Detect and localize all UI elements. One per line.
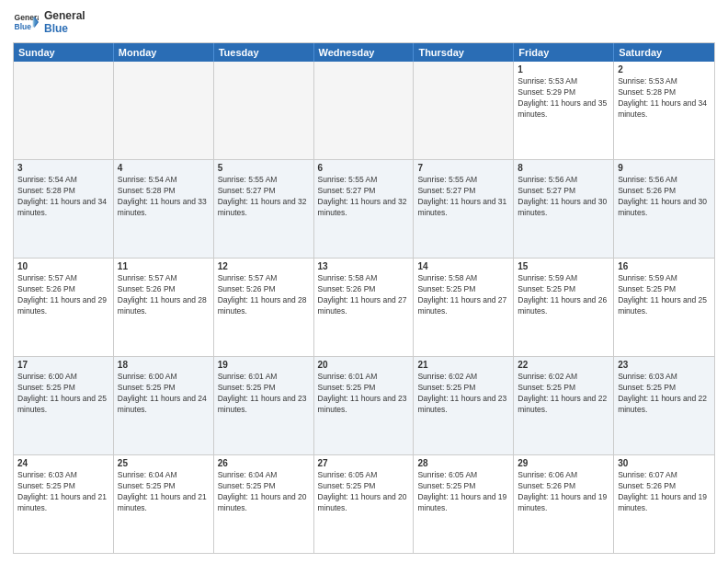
- sunrise-text: Sunrise: 5:58 AM: [417, 273, 477, 282]
- day-number: 13: [318, 261, 410, 271]
- week-row-3: 10Sunrise: 5:57 AMSunset: 5:26 PMDayligh…: [14, 259, 714, 357]
- day-info: Sunrise: 6:06 AMSunset: 5:26 PMDaylight:…: [518, 470, 609, 514]
- weekday-header-thursday: Thursday: [414, 43, 514, 62]
- day-info: Sunrise: 5:55 AMSunset: 5:27 PMDaylight:…: [417, 175, 509, 219]
- daylight-text: Daylight: 11 hours and 25 minutes.: [17, 394, 107, 414]
- daylight-text: Daylight: 11 hours and 20 minutes.: [218, 492, 307, 512]
- day-number: 12: [218, 261, 310, 271]
- day-info: Sunrise: 6:05 AMSunset: 5:25 PMDaylight:…: [417, 470, 509, 514]
- calendar-header-row: SundayMondayTuesdayWednesdayThursdayFrid…: [14, 43, 714, 62]
- cal-cell-15: 15Sunrise: 5:59 AMSunset: 5:25 PMDayligh…: [514, 259, 614, 356]
- day-number: 5: [218, 163, 310, 173]
- cal-cell-empty-0: [14, 62, 114, 159]
- day-number: 6: [318, 163, 410, 173]
- sunset-text: Sunset: 5:25 PM: [417, 383, 475, 392]
- day-number: 25: [118, 458, 210, 468]
- cal-cell-22: 22Sunrise: 6:02 AMSunset: 5:25 PMDayligh…: [514, 357, 614, 454]
- day-info: Sunrise: 5:56 AMSunset: 5:27 PMDaylight:…: [518, 175, 609, 219]
- day-info: Sunrise: 5:54 AMSunset: 5:28 PMDaylight:…: [118, 175, 210, 219]
- day-number: 4: [118, 163, 210, 173]
- sunrise-text: Sunrise: 6:06 AM: [518, 470, 577, 479]
- cal-cell-4: 4Sunrise: 5:54 AMSunset: 5:28 PMDaylight…: [114, 160, 214, 258]
- svg-text:Blue: Blue: [15, 22, 32, 31]
- daylight-text: Daylight: 11 hours and 26 minutes.: [518, 295, 607, 316]
- sunrise-text: Sunrise: 5:54 AM: [17, 175, 77, 184]
- cal-cell-8: 8Sunrise: 5:56 AMSunset: 5:27 PMDaylight…: [514, 160, 614, 258]
- calendar: SundayMondayTuesdayWednesdayThursdayFrid…: [13, 42, 715, 554]
- cal-cell-19: 19Sunrise: 6:01 AMSunset: 5:25 PMDayligh…: [214, 357, 314, 454]
- daylight-text: Daylight: 11 hours and 33 minutes.: [118, 197, 207, 217]
- day-info: Sunrise: 5:59 AMSunset: 5:25 PMDaylight:…: [518, 273, 609, 317]
- day-number: 22: [518, 360, 609, 370]
- sunrise-text: Sunrise: 6:05 AM: [417, 470, 477, 479]
- daylight-text: Daylight: 11 hours and 32 minutes.: [218, 197, 307, 217]
- sunrise-text: Sunrise: 5:59 AM: [518, 273, 577, 282]
- daylight-text: Daylight: 11 hours and 27 minutes.: [417, 295, 506, 316]
- daylight-text: Daylight: 11 hours and 21 minutes.: [118, 492, 207, 512]
- day-number: 2: [618, 64, 711, 75]
- day-info: Sunrise: 6:04 AMSunset: 5:25 PMDaylight:…: [118, 470, 210, 514]
- day-number: 15: [518, 261, 609, 271]
- sunset-text: Sunset: 5:25 PM: [218, 481, 276, 490]
- day-number: 18: [118, 360, 210, 370]
- day-info: Sunrise: 5:56 AMSunset: 5:26 PMDaylight:…: [618, 175, 711, 219]
- daylight-text: Daylight: 11 hours and 31 minutes.: [417, 197, 506, 217]
- daylight-text: Daylight: 11 hours and 34 minutes.: [618, 98, 707, 119]
- day-info: Sunrise: 6:02 AMSunset: 5:25 PMDaylight:…: [518, 372, 609, 416]
- cal-cell-26: 26Sunrise: 6:04 AMSunset: 5:25 PMDayligh…: [214, 455, 314, 553]
- daylight-text: Daylight: 11 hours and 28 minutes.: [118, 295, 207, 316]
- day-info: Sunrise: 5:55 AMSunset: 5:27 PMDaylight:…: [218, 175, 310, 219]
- day-info: Sunrise: 6:01 AMSunset: 5:25 PMDaylight:…: [218, 372, 310, 416]
- sunset-text: Sunset: 5:26 PM: [17, 284, 75, 293]
- cal-cell-3: 3Sunrise: 5:54 AMSunset: 5:28 PMDaylight…: [14, 160, 114, 258]
- logo-blue: Blue: [44, 22, 85, 35]
- day-info: Sunrise: 6:00 AMSunset: 5:25 PMDaylight:…: [17, 372, 109, 416]
- sunset-text: Sunset: 5:26 PM: [618, 481, 676, 490]
- cal-cell-6: 6Sunrise: 5:55 AMSunset: 5:27 PMDaylight…: [314, 160, 415, 258]
- cal-cell-13: 13Sunrise: 5:58 AMSunset: 5:26 PMDayligh…: [314, 259, 415, 356]
- cal-cell-29: 29Sunrise: 6:06 AMSunset: 5:26 PMDayligh…: [514, 455, 614, 553]
- sunset-text: Sunset: 5:27 PM: [318, 186, 376, 195]
- day-number: 26: [218, 458, 310, 468]
- day-info: Sunrise: 6:05 AMSunset: 5:25 PMDaylight:…: [318, 470, 410, 514]
- sunrise-text: Sunrise: 6:00 AM: [17, 372, 77, 381]
- cal-cell-12: 12Sunrise: 5:57 AMSunset: 5:26 PMDayligh…: [214, 259, 314, 356]
- cal-cell-7: 7Sunrise: 5:55 AMSunset: 5:27 PMDaylight…: [414, 160, 514, 258]
- sunset-text: Sunset: 5:25 PM: [17, 481, 75, 490]
- day-number: 11: [118, 261, 210, 271]
- sunset-text: Sunset: 5:28 PM: [118, 186, 176, 195]
- sunset-text: Sunset: 5:25 PM: [17, 383, 75, 392]
- week-row-1: 1Sunrise: 5:53 AMSunset: 5:29 PMDaylight…: [14, 62, 714, 160]
- cal-cell-9: 9Sunrise: 5:56 AMSunset: 5:26 PMDaylight…: [614, 160, 714, 258]
- cal-cell-24: 24Sunrise: 6:03 AMSunset: 5:25 PMDayligh…: [14, 455, 114, 553]
- sunrise-text: Sunrise: 5:56 AM: [618, 175, 677, 184]
- weekday-header-monday: Monday: [114, 43, 214, 62]
- day-number: 19: [218, 360, 310, 370]
- cal-cell-empty-4: [414, 62, 514, 159]
- cal-cell-16: 16Sunrise: 5:59 AMSunset: 5:25 PMDayligh…: [614, 259, 714, 356]
- daylight-text: Daylight: 11 hours and 23 minutes.: [417, 394, 506, 414]
- sunset-text: Sunset: 5:26 PM: [218, 284, 276, 293]
- day-number: 9: [618, 163, 711, 173]
- daylight-text: Daylight: 11 hours and 19 minutes.: [417, 492, 506, 512]
- week-row-5: 24Sunrise: 6:03 AMSunset: 5:25 PMDayligh…: [14, 455, 714, 553]
- cal-cell-20: 20Sunrise: 6:01 AMSunset: 5:25 PMDayligh…: [314, 357, 415, 454]
- cal-cell-empty-2: [214, 62, 314, 159]
- day-number: 27: [318, 458, 410, 468]
- cal-cell-10: 10Sunrise: 5:57 AMSunset: 5:26 PMDayligh…: [14, 259, 114, 356]
- sunset-text: Sunset: 5:26 PM: [318, 284, 376, 293]
- day-number: 28: [417, 458, 509, 468]
- day-info: Sunrise: 6:03 AMSunset: 5:25 PMDaylight:…: [618, 372, 711, 416]
- sunrise-text: Sunrise: 5:53 AM: [618, 76, 677, 86]
- day-info: Sunrise: 6:03 AMSunset: 5:25 PMDaylight:…: [17, 470, 109, 514]
- sunrise-text: Sunrise: 6:02 AM: [518, 372, 577, 381]
- day-info: Sunrise: 5:58 AMSunset: 5:25 PMDaylight:…: [417, 273, 509, 317]
- logo-general: General: [44, 9, 85, 22]
- sunset-text: Sunset: 5:25 PM: [417, 284, 475, 293]
- sunrise-text: Sunrise: 5:59 AM: [618, 273, 677, 282]
- day-info: Sunrise: 6:01 AMSunset: 5:25 PMDaylight:…: [318, 372, 410, 416]
- sunset-text: Sunset: 5:25 PM: [118, 383, 176, 392]
- sunrise-text: Sunrise: 6:01 AM: [218, 372, 278, 381]
- weekday-header-wednesday: Wednesday: [314, 43, 415, 62]
- day-number: 23: [618, 360, 711, 370]
